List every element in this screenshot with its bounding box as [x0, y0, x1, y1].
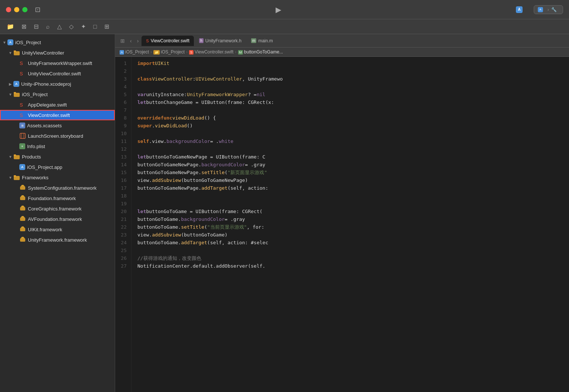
code-line-19 [137, 200, 563, 208]
tree-label-uikit: UIKit.framework [28, 227, 112, 232]
tree-label-info-plist: Info.plist [27, 144, 112, 149]
folder-icon [13, 174, 20, 181]
framework-icon [19, 205, 26, 212]
line-num-7: 7 [118, 107, 127, 114]
sidebar-item-launch-screen[interactable]: LaunchScreen.storyboard [0, 131, 115, 141]
sidebar-item-view-controller[interactable]: SViewController.swift [0, 110, 115, 120]
sidebar-item-info-plist[interactable]: ≡Info.plist [0, 141, 115, 151]
warning-button[interactable]: △ [55, 22, 64, 32]
folder-button[interactable]: 📁 [4, 22, 16, 32]
tree-label-unity-framework: UnityFramework.framework [28, 237, 112, 243]
sidebar-item-ios-project-root[interactable]: ▼AiOS_Project [0, 37, 115, 48]
breadcrumb-item-2[interactable]: SViewController.swift [189, 49, 234, 55]
line-num-1: 1 [118, 60, 127, 68]
hierarchy-button[interactable]: ⊟ [32, 22, 41, 32]
tree-arrow-frameworks-group[interactable]: ▼ [7, 176, 13, 180]
line-num-26: 26 [118, 255, 127, 262]
main-content: ▼AiOS_Project▼UnityViewControllerSUnityF… [0, 34, 569, 392]
svg-rect-10 [20, 133, 25, 138]
sidebar-toggle-icon[interactable]: ⊡ [35, 6, 40, 14]
xcode-icon: A [7, 39, 13, 45]
sidebar-item-unity-view-controller-swift[interactable]: SUnityViewController.swift [0, 68, 115, 79]
code-line-5: var unityInstance:UnityFrameworkWrapper?… [137, 91, 563, 99]
sidebar[interactable]: ▼AiOS_Project▼UnityViewControllerSUnityF… [0, 34, 115, 392]
code-line-12 [137, 146, 563, 153]
maximize-button[interactable] [22, 7, 27, 12]
tab-viewcontroller-swift[interactable]: SViewController.swift [142, 36, 194, 46]
svg-rect-7 [14, 92, 16, 94]
sidebar-item-uikit[interactable]: UIKit.framework [0, 224, 115, 235]
breadcrumb-item-3[interactable]: MbuttonGoToGame... [238, 49, 283, 55]
tree-label-av-foundation: AVFoundation.framework [28, 216, 112, 222]
minimize-button[interactable] [14, 7, 19, 12]
source-button[interactable]: ✦ [79, 22, 88, 32]
sidebar-item-unity-view-controller-group[interactable]: ▼UnityViewController [0, 48, 115, 58]
grid-button[interactable]: ⊞ [102, 22, 111, 32]
framework-icon [19, 226, 26, 233]
breadcrumb-icon-3: M [238, 50, 243, 55]
tab-nav-back[interactable]: ‹ [128, 36, 134, 45]
tab-nav-forward[interactable]: › [135, 36, 141, 45]
line-num-23: 23 [118, 231, 127, 239]
sidebar-item-unity-framework-wrapper[interactable]: SUnityFrameworkWrapper.swift [0, 58, 115, 68]
sidebar-item-unity-iphone-xcodeproj[interactable]: ▶AUnity-iPhone.xcodeproj [0, 79, 115, 89]
line-num-3: 3 [118, 75, 127, 83]
bookmark-button[interactable]: ◇ [67, 22, 76, 32]
sidebar-item-app-delegate[interactable]: SAppDelegate.swift [0, 99, 115, 110]
sidebar-item-system-config[interactable]: SystemConfiguration.framework [0, 183, 115, 193]
device-icon: 🔧 [551, 7, 557, 12]
tree-arrow-unity-view-controller-group[interactable]: ▼ [7, 51, 13, 55]
svg-text:S: S [20, 71, 23, 76]
scheme-selector[interactable]: A › 🔧 [534, 5, 563, 14]
code-line-8: override func viewDidLoad() { [137, 114, 563, 122]
sidebar-item-products-group[interactable]: ▼Products [0, 151, 115, 162]
code-line-27: NotificationCenter.default.addObserver(s… [137, 262, 563, 270]
line-num-14: 14 [118, 161, 127, 169]
line-num-13: 13 [118, 153, 127, 161]
folder-icon [13, 153, 20, 160]
breadcrumb-sep: › [235, 49, 237, 55]
swift-icon: S [19, 60, 26, 66]
sidebar-item-foundation[interactable]: Foundation.framework [0, 193, 115, 203]
close-button[interactable] [6, 7, 11, 12]
folder-icon [13, 49, 20, 56]
sidebar-item-core-graphics[interactable]: CoreGraphics.framework [0, 203, 115, 214]
line-num-15: 15 [118, 169, 127, 177]
breadcrumb-item-0[interactable]: AiOS_Project [120, 49, 149, 55]
code-editor[interactable]: 1234567891011121314151617181920212223242… [115, 57, 569, 392]
line-num-27: 27 [118, 262, 127, 270]
tree-label-unity-view-controller-group: UnityViewController [22, 50, 112, 56]
tree-arrow-unity-iphone-xcodeproj[interactable]: ▶ [7, 82, 13, 86]
search-button[interactable]: ⌕ [44, 22, 52, 32]
sidebar-item-frameworks-group[interactable]: ▼Frameworks [0, 172, 115, 183]
tree-label-core-graphics: CoreGraphics.framework [28, 206, 112, 212]
breadcrumb-item-1[interactable]: 📁iOS_Project [153, 49, 185, 55]
line-num-17: 17 [118, 184, 127, 192]
sidebar-item-assets-xcassets[interactable]: ⊞Assets.xcassets [0, 120, 115, 131]
tab-unityfwk-h[interactable]: hUnityFramework.h [195, 36, 246, 46]
sidebar-item-ios-project-group[interactable]: ▼iOS_Project [0, 89, 115, 99]
sidebar-item-av-foundation[interactable]: AVFoundation.framework [0, 214, 115, 224]
line-num-25: 25 [118, 247, 127, 255]
tree-arrow-products-group[interactable]: ▼ [7, 155, 13, 159]
code-line-1: import UIKit [137, 60, 563, 68]
tree-arrow-ios-project-root[interactable]: ▼ [1, 40, 7, 45]
tree-label-frameworks-group: Frameworks [22, 175, 112, 180]
line-num-10: 10 [118, 130, 127, 138]
tab-main-m[interactable]: mmain.m [247, 36, 277, 46]
code-line-15: buttonGoToGameNewPage.setTitle("新页面显示游戏" [137, 169, 563, 177]
code-line-2 [137, 68, 563, 75]
tree-label-system-config: SystemConfiguration.framework [28, 185, 112, 191]
app-icon: A [19, 164, 25, 170]
svg-rect-2 [14, 50, 16, 52]
breadcrumb-icon-1: 📁 [153, 50, 160, 55]
sidebar-item-unity-framework[interactable]: UnityFramework.framework [0, 235, 115, 245]
breadcrumb-label-3: buttonGoToGame... [244, 49, 283, 55]
tree-arrow-ios-project-group[interactable]: ▼ [7, 92, 13, 97]
rect-button[interactable]: □ [91, 22, 99, 32]
sidebar-item-ios-project-app[interactable]: AiOS_Project.app [0, 162, 115, 172]
editor-header: ⊞ ‹ › SViewController.swifthUnityFramewo… [115, 34, 569, 57]
filter-button[interactable]: ⊠ [19, 22, 29, 32]
tab-nav-grid[interactable]: ⊞ [118, 36, 127, 45]
run-button[interactable]: ▶ [272, 4, 284, 16]
